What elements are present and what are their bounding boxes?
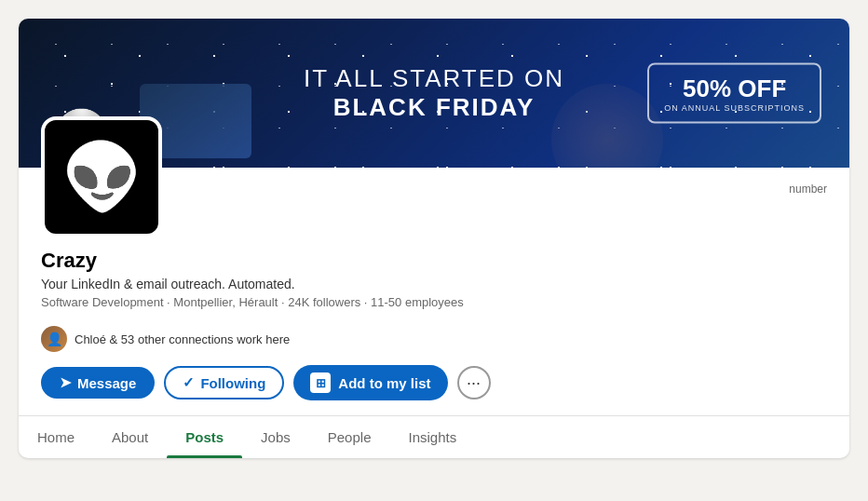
check-icon (183, 374, 195, 391)
action-buttons: Message Following ⊞ Add to my list ··· (41, 365, 827, 400)
tab-people[interactable]: People (309, 416, 390, 458)
number-badge: number (789, 183, 827, 196)
connections-row: 👤 Chloé & 53 other connections work here (41, 326, 827, 352)
company-profile-card: 🧑‍🚀 IT ALL STARTED ON BLACK FRIDAY 50% O… (19, 19, 849, 458)
tab-home-label: Home (37, 429, 75, 445)
tab-insights-label: Insights (408, 429, 456, 445)
following-button[interactable]: Following (164, 366, 284, 399)
tab-people-label: People (328, 429, 372, 445)
promo-subtitle: ON ANNUAL SUBSCRIPTIONS (664, 103, 805, 113)
connections-text: Chloé & 53 other connections work here (75, 332, 290, 346)
avatar: 👽 (41, 116, 162, 237)
more-icon: ··· (467, 373, 481, 393)
banner-line2: BLACK FRIDAY (304, 93, 564, 122)
message-label: Message (77, 375, 136, 391)
add-to-list-button[interactable]: ⊞ Add to my list (293, 365, 447, 400)
avatar-wrapper: 👽 (41, 116, 162, 237)
avatar-person-icon: 👤 (47, 332, 62, 346)
tab-about[interactable]: About (93, 416, 167, 458)
avatar-alien-icon: 👽 (61, 144, 142, 210)
add-to-list-label: Add to my list (338, 375, 430, 391)
company-info: Crazy Your LinkedIn & email outreach. Au… (41, 237, 827, 326)
nav-tabs: Home About Posts Jobs People Insights (19, 415, 849, 458)
tab-home[interactable]: Home (19, 416, 93, 458)
company-name: Crazy (41, 249, 827, 273)
tab-posts[interactable]: Posts (167, 416, 242, 458)
send-icon (60, 374, 72, 391)
banner-line1: IT ALL STARTED ON (304, 64, 564, 93)
company-tagline: Your LinkedIn & email outreach. Automate… (41, 277, 827, 291)
profile-section: 👽 number Crazy Your LinkedIn & email out… (19, 168, 849, 400)
banner-promo-box: 50% OFF ON ANNUAL SUBSCRIPTIONS (647, 63, 821, 124)
following-label: Following (200, 375, 265, 391)
message-button[interactable]: Message (41, 367, 155, 399)
company-meta: Software Development · Montpellier, Héra… (41, 295, 827, 309)
add-list-icon: ⊞ (310, 372, 331, 393)
promo-discount: 50% OFF (664, 74, 805, 103)
tab-posts-label: Posts (185, 429, 224, 445)
tab-about-label: About (112, 429, 148, 445)
banner-text: IT ALL STARTED ON BLACK FRIDAY (304, 64, 564, 122)
connection-avatar: 👤 (41, 326, 67, 352)
tab-insights[interactable]: Insights (389, 416, 475, 458)
tab-jobs[interactable]: Jobs (242, 416, 309, 458)
tab-jobs-label: Jobs (261, 429, 291, 445)
more-button[interactable]: ··· (457, 366, 491, 399)
